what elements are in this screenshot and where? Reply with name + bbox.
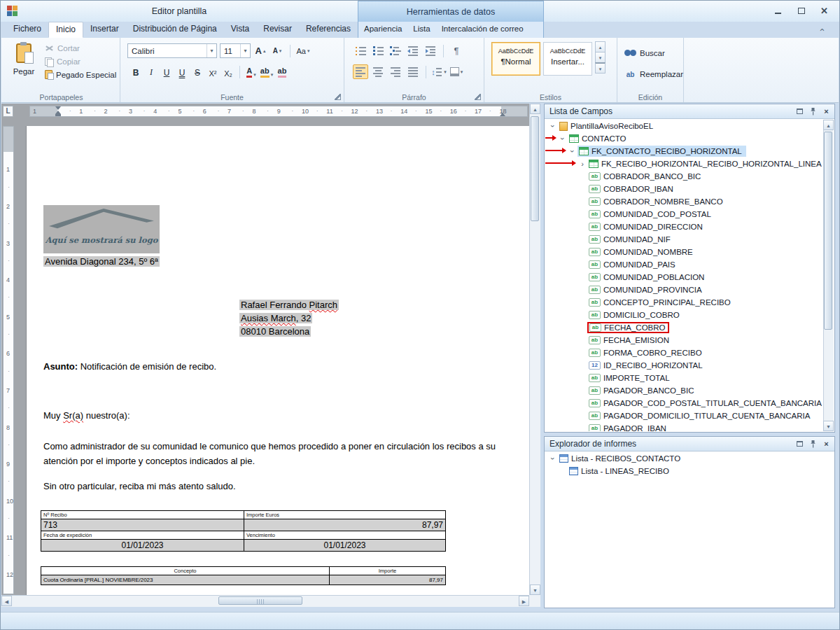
- scroll-right-icon[interactable]: ▶: [519, 596, 529, 606]
- field-item[interactable]: abCOMUNIDAD_PAIS: [545, 258, 823, 271]
- increase-indent-button[interactable]: [423, 43, 438, 58]
- align-center-button[interactable]: [370, 64, 386, 79]
- font-dialog-launcher[interactable]: [335, 94, 341, 100]
- tab-fichero[interactable]: Fichero: [6, 22, 48, 38]
- tab-selector-button[interactable]: L: [3, 106, 13, 117]
- pin-icon[interactable]: [808, 107, 818, 116]
- align-left-button[interactable]: [353, 64, 368, 79]
- italic-button[interactable]: I: [144, 64, 158, 79]
- chevron-down-icon[interactable]: ▾: [206, 44, 216, 57]
- left-indent-marker[interactable]: [55, 111, 61, 116]
- sender-address-field[interactable]: Avenida Diagonal 234, 5º 6ª: [43, 256, 160, 267]
- field-list-header[interactable]: Lista de Campos ×: [545, 104, 834, 119]
- tab-referencias[interactable]: Referencias: [299, 22, 358, 38]
- gallery-down-button[interactable]: ▼: [595, 52, 606, 63]
- due-date-header[interactable]: Vencimiento: [244, 531, 446, 540]
- report-explorer-header[interactable]: Explorador de informes ×: [545, 437, 834, 451]
- gallery-expand-button[interactable]: ▼: [595, 62, 606, 74]
- expander-icon[interactable]: ›: [568, 147, 578, 155]
- issue-date-cell[interactable]: 01/01/2023: [41, 540, 244, 552]
- field-item[interactable]: abDOMICILIO_COBRO: [545, 309, 823, 321]
- style-normal[interactable]: AaBbCcDdE ¶Normal: [491, 42, 540, 76]
- paste-button[interactable]: Pegar: [7, 40, 41, 92]
- clear-formatting-button[interactable]: ab: [275, 64, 289, 79]
- recipient-block[interactable]: Rafael Ferrando PitarchAusias March, 320…: [239, 298, 339, 338]
- strikethrough-button[interactable]: S: [190, 64, 204, 79]
- close-panel-icon[interactable]: ×: [822, 440, 831, 449]
- expander-icon[interactable]: ›: [548, 454, 558, 463]
- minimize-button[interactable]: [769, 4, 788, 18]
- field-item[interactable]: abPAGADOR_COD_POSTAL_TITULAR_CUENTA_BANC…: [545, 397, 823, 410]
- recipient-line[interactable]: Rafael Ferrando Pitarch: [239, 298, 339, 312]
- field-item[interactable]: abCOMUNIDAD_NIF: [545, 233, 823, 246]
- field-item[interactable]: abCOMUNIDAD_POBLACION: [545, 271, 823, 284]
- field-item[interactable]: ›CONTACTO: [545, 132, 823, 145]
- line-spacing-button[interactable]: ▾: [431, 64, 447, 79]
- vertical-ruler[interactable]: 1·2·3·4·5·6·7·8·9·10·11·12: [1, 120, 15, 594]
- tab-revisar[interactable]: Revisar: [256, 22, 299, 38]
- recipient-line[interactable]: 08010 Barcelona: [239, 325, 339, 338]
- horizontal-ruler[interactable]: 1 1·2·3·4·5·6·7·8·9·10·11·12·13·14·15·16…: [1, 104, 529, 120]
- field-item[interactable]: abFORMA_COBRO_RECIBO: [545, 346, 823, 359]
- field-item[interactable]: abCOBRADOR_NOMBRE_BANCO: [545, 195, 823, 208]
- receipt-table[interactable]: Nº ReciboImporte Euros 71387,97 Fecha de…: [41, 510, 446, 552]
- bullet-list-button[interactable]: [353, 43, 368, 58]
- amount-header[interactable]: Importe Euros: [244, 511, 446, 519]
- font-color-button[interactable]: A▾: [244, 64, 258, 79]
- numbered-list-button[interactable]: [370, 43, 386, 58]
- first-line-indent-marker[interactable]: [55, 106, 61, 110]
- decrease-indent-button[interactable]: [405, 43, 421, 58]
- tab-distribuci-n-de-p-gina[interactable]: Distribución de Página: [126, 22, 224, 38]
- vertical-scroll-thumb[interactable]: [531, 116, 539, 221]
- close-panel-icon[interactable]: ×: [822, 107, 831, 116]
- shading-button[interactable]: ▾: [449, 64, 464, 79]
- concept-header[interactable]: Concepto: [41, 567, 330, 575]
- show-marks-button[interactable]: ¶: [449, 43, 464, 58]
- expander-icon[interactable]: ›: [578, 160, 587, 168]
- receipt-number-cell[interactable]: 713: [41, 519, 244, 531]
- field-list-scroll-thumb[interactable]: [824, 132, 832, 330]
- concept-table[interactable]: ConceptoImporte Cuota Ordinaria [PRAL.] …: [41, 566, 446, 585]
- recipient-line[interactable]: Ausias March, 32: [239, 312, 339, 325]
- replace-button[interactable]: Reemplazar: [623, 67, 685, 80]
- font-size-combo[interactable]: 11 ▾: [220, 43, 251, 58]
- multilevel-list-button[interactable]: [388, 43, 403, 58]
- issue-date-header[interactable]: Fecha de expedición: [41, 531, 244, 540]
- report-item[interactable]: Lista - LINEAS_RECIBO: [545, 465, 834, 477]
- field-item[interactable]: abFECHA_COBRO: [545, 321, 823, 334]
- field-item[interactable]: abPAGADOR_IBAN: [545, 422, 823, 431]
- cut-button[interactable]: Cortar: [43, 41, 117, 55]
- salutation-line[interactable]: Muy Sr(a) nuestro(a):: [43, 410, 130, 421]
- align-right-button[interactable]: [388, 64, 403, 79]
- amount-cell[interactable]: 87,97: [244, 519, 446, 531]
- field-item[interactable]: ›FK_RECIBO_HORIZONTAL_RECIBO_HORIZONTAL_…: [545, 158, 823, 170]
- horizontal-ruler-band[interactable]: 1 1·2·3·4·5·6·7·8·9·10·11·12·13·14·15·16…: [29, 106, 528, 117]
- find-button[interactable]: Buscar: [623, 46, 666, 59]
- tab-vista[interactable]: Vista: [224, 22, 256, 38]
- scroll-down-icon[interactable]: ▼: [823, 421, 834, 431]
- scroll-left-icon[interactable]: ◀: [1, 596, 12, 606]
- pin-icon[interactable]: [808, 440, 818, 449]
- receipt-number-header[interactable]: Nº Recibo: [41, 511, 244, 519]
- paragraph-dialog-launcher[interactable]: [475, 94, 481, 100]
- copy-button[interactable]: Copiar: [43, 55, 117, 68]
- tab-insertar[interactable]: Insertar: [83, 22, 126, 38]
- body-paragraph-1[interactable]: Como administrador de su comunidad le co…: [43, 439, 514, 468]
- field-item[interactable]: 12ID_RECIBO_HORIZONTAL: [545, 359, 823, 372]
- tab-intercalaci-n-de-correo[interactable]: Intercalación de correo: [436, 22, 529, 38]
- tab-inicio[interactable]: Inicio: [48, 22, 83, 38]
- document-horizontal-scrollbar[interactable]: ◀ ▶: [1, 595, 529, 607]
- font-family-combo[interactable]: Calibri ▾: [127, 43, 217, 58]
- scroll-down-icon[interactable]: ▼: [530, 584, 540, 595]
- superscript-button[interactable]: X²: [206, 64, 220, 79]
- expander-icon[interactable]: ›: [558, 134, 568, 143]
- document-page[interactable]: Aquí se mostrará su logo Avenida Diagona…: [27, 126, 529, 607]
- maximize-button[interactable]: [792, 4, 811, 18]
- justify-button[interactable]: [405, 64, 421, 79]
- logo-placeholder-image[interactable]: Aquí se mostrará su logo: [43, 205, 160, 253]
- field-item[interactable]: abCOMUNIDAD_DIRECCION: [545, 220, 823, 233]
- horizontal-scroll-thumb[interactable]: [218, 596, 302, 605]
- importe-header[interactable]: Importe: [330, 567, 446, 575]
- field-item[interactable]: ›FK_CONTACTO_RECIBO_HORIZONTAL: [545, 145, 823, 158]
- change-case-button[interactable]: Aa▾: [296, 43, 310, 58]
